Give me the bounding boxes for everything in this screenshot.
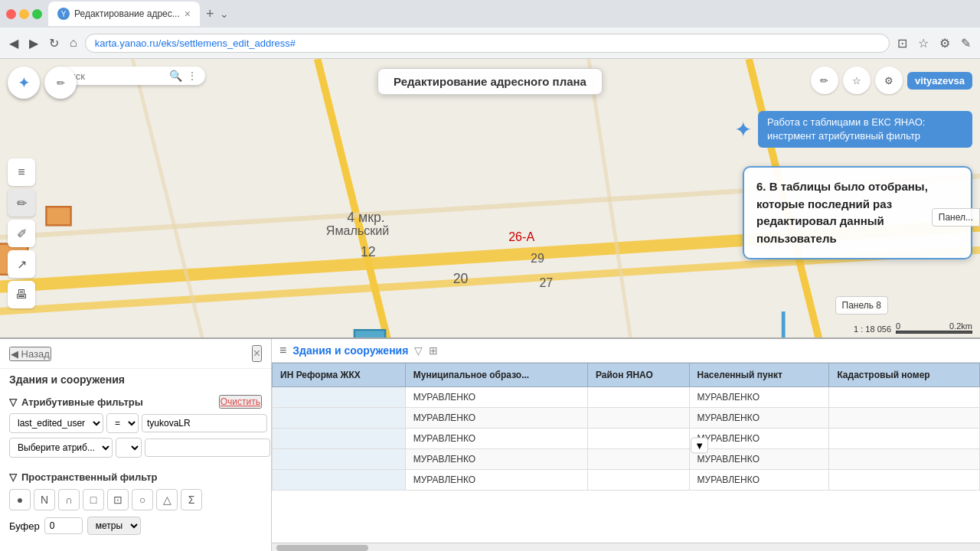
minimize-window-btn[interactable] xyxy=(19,9,29,19)
sidebar-close-btn[interactable]: × xyxy=(252,345,262,362)
spatial-filter-title-text: Пространственный фильтр xyxy=(21,471,158,483)
table-header: ≡ Здания и сооружения ▽ ⊞ xyxy=(272,339,980,363)
col-header-1: Муниципальное образо... xyxy=(405,364,587,387)
edit-mode-btn[interactable]: ✏ xyxy=(44,67,77,99)
spatial-rect2-btn[interactable]: ⊡ xyxy=(107,489,129,510)
table-row: МУРАВЛЕНКОМУРАВЛЕНКО xyxy=(273,470,980,491)
table-cell: МУРАВЛЕНКО xyxy=(689,408,829,429)
spatial-polygon-btn[interactable]: △ xyxy=(156,489,178,510)
filter-value-input-2[interactable] xyxy=(145,439,270,457)
panel-label-2: Панель 8 xyxy=(835,296,888,315)
bottom-panel: ◀ Назад × Здания и сооружения ▽ Атрибути… xyxy=(0,337,980,551)
filter-op-select-1[interactable]: = xyxy=(106,413,139,433)
svg-text:12: 12 xyxy=(361,244,376,259)
filter-op-select-2[interactable] xyxy=(116,438,142,458)
table-wrapper[interactable]: ИН Реформа ЖКХ Муниципальное образо... Р… xyxy=(272,363,980,543)
table-header-row: ИН Реформа ЖКХ Муниципальное образо... Р… xyxy=(273,364,980,387)
table-cell xyxy=(587,449,689,470)
search-menu-icon[interactable]: ⋮ xyxy=(187,70,198,82)
edit-btn-tr[interactable]: ✏ xyxy=(811,67,838,94)
svg-text:29: 29 xyxy=(531,251,544,265)
profile-btn[interactable]: ✎ xyxy=(958,33,974,54)
table-title-link[interactable]: Здания и сооружения xyxy=(292,344,408,357)
table-row: МУРАВЛЕНКОМУРАВЛЕНКО xyxy=(273,408,980,429)
spatial-intersect-btn[interactable]: ∩ xyxy=(58,489,80,510)
svg-text:20: 20 xyxy=(453,271,469,286)
svg-rect-15 xyxy=(46,207,70,225)
col-header-4: Кадастровый номер xyxy=(829,364,980,387)
sidebar-scroll-right-btn[interactable]: ▼ xyxy=(691,438,708,454)
table-cell xyxy=(273,470,406,491)
sidebar-toggle-btn[interactable]: ⊡ xyxy=(894,33,910,54)
tab-close-btn[interactable]: × xyxy=(185,8,191,20)
col-header-2: Район ЯНАО xyxy=(587,364,689,387)
scale-ruler: 0 0.2km xyxy=(896,321,972,334)
address-bar[interactable]: karta.yanao.ru/eks/settlemens_edit_addre… xyxy=(85,34,890,53)
table-cell xyxy=(273,387,406,408)
scrollbar-thumb[interactable] xyxy=(276,545,368,551)
tab-title: Редактирование адрес... xyxy=(74,8,180,19)
bookmark-btn[interactable]: ☆ xyxy=(915,33,932,54)
layers-btn[interactable]: ≡ xyxy=(8,158,35,186)
scale-zero: 0 xyxy=(896,321,900,331)
forward-btn[interactable]: ▶ xyxy=(26,33,41,54)
info-banner-text: Работа с таблицами в ЕКС ЯНАО: инстрмент… xyxy=(758,111,972,148)
maximize-window-btn[interactable] xyxy=(32,9,42,19)
spatial-filter-section: ▽ Пространственный фильтр ● N ∩ □ ⊡ ○ △ … xyxy=(0,467,271,540)
filter-value-input-1[interactable] xyxy=(142,414,267,432)
tab-menu-btn[interactable]: ⌄ xyxy=(220,8,229,20)
new-tab-btn[interactable]: + xyxy=(203,6,217,22)
table-cell: МУРАВЛЕНКО xyxy=(405,408,587,429)
table-cell: МУРАВЛЕНКО xyxy=(405,470,587,491)
spatial-circle-btn[interactable]: ○ xyxy=(132,489,153,510)
filter-field-select-2[interactable]: Выберите атриб... xyxy=(9,438,113,458)
close-window-btn[interactable] xyxy=(6,9,16,19)
spatial-point-btn[interactable]: ● xyxy=(9,489,31,510)
table-filter-icon[interactable]: ▽ xyxy=(414,344,423,357)
spatial-sum-btn[interactable]: Σ xyxy=(181,489,202,510)
table-cell xyxy=(273,429,406,449)
draw-pencil-btn[interactable]: ✏ xyxy=(8,189,35,217)
back-btn[interactable]: ◀ xyxy=(6,33,21,54)
table-grid-icon[interactable]: ⊞ xyxy=(429,344,438,357)
settings-btn-tr[interactable]: ⚙ xyxy=(875,67,903,94)
table-menu-btn[interactable]: ≡ xyxy=(279,344,286,357)
table-row: МУРАВЛЕНКОМУРАВЛЕНКО xyxy=(273,429,980,449)
scale-line xyxy=(896,331,972,334)
scale-ratio: 1 : 18 056 xyxy=(854,324,891,334)
address-text: karta.yanao.ru/eks/settlemens_edit_addre… xyxy=(95,37,296,49)
table-cell xyxy=(587,387,689,408)
user-avatar[interactable]: vityazevsa xyxy=(907,72,972,90)
print-btn[interactable]: 🖶 xyxy=(8,281,35,308)
spatial-rect-btn[interactable]: □ xyxy=(83,489,104,510)
tab-bar: Y Редактирование адрес... × + ⌄ xyxy=(48,2,229,26)
buffer-input[interactable] xyxy=(44,517,83,534)
spatial-n-btn[interactable]: N xyxy=(34,489,55,510)
home-btn[interactable]: ⌂ xyxy=(67,33,80,53)
sidebar-back-btn[interactable]: ◀ Назад xyxy=(9,347,51,361)
browser-chrome: Y Редактирование адрес... × + ⌄ ◀ ▶ ↻ ⌂ … xyxy=(0,0,980,59)
sidebar-section-title: Здания и сооружения xyxy=(0,369,271,390)
active-tab[interactable]: Y Редактирование адрес... × xyxy=(48,2,200,26)
star-btn-tr[interactable]: ☆ xyxy=(843,67,871,94)
table-horizontal-scrollbar[interactable] xyxy=(272,543,980,551)
table-cell xyxy=(273,408,406,429)
spatial-filter-icon: ▽ xyxy=(9,471,17,483)
buffer-row: Буфер метры xyxy=(9,517,262,535)
filter-clear-btn[interactable]: Очистить xyxy=(219,395,262,409)
table-cell xyxy=(829,449,980,470)
spatial-filter-title: ▽ Пространственный фильтр xyxy=(9,471,262,483)
search-icon[interactable]: 🔍 xyxy=(169,70,182,82)
buffer-unit-select[interactable]: метры xyxy=(87,517,141,535)
filter-field-select-1[interactable]: last_edited_user xyxy=(9,413,103,433)
table-cell xyxy=(829,470,980,491)
col-header-0: ИН Реформа ЖКХ xyxy=(273,364,406,387)
share-btn[interactable]: ↗ xyxy=(8,250,35,278)
logo-button[interactable]: ✦ xyxy=(8,67,40,99)
refresh-btn[interactable]: ↻ xyxy=(46,33,62,54)
eraser-btn[interactable]: ✐ xyxy=(8,220,35,247)
attribute-filter-section: ▽ Атрибутивные фильтры Очистить last_edi… xyxy=(0,390,271,467)
filter-row-2: Выберите атриб... × xyxy=(9,438,262,458)
table-panel: ≡ Здания и сооружения ▽ ⊞ ИН Реформа ЖКХ… xyxy=(272,339,980,551)
extensions-btn[interactable]: ⚙ xyxy=(936,33,953,54)
